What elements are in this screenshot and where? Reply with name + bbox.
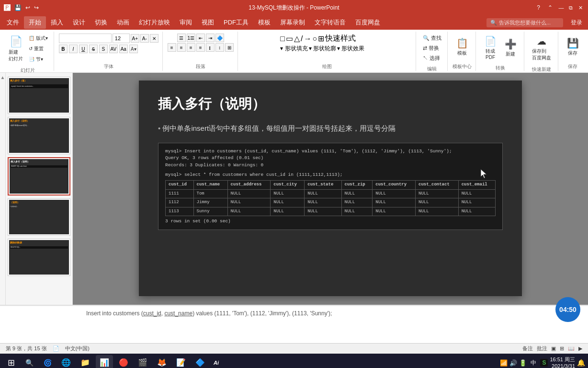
slide-thumb-8[interactable]: 8 插入多行（说明） • 例中单条insert语句... [8,117,70,154]
char-spacing-button[interactable]: AV [109,45,118,53]
taskbar-powerpoint[interactable]: 📊 [96,355,113,368]
menu-file[interactable]: 文件 [2,16,24,29]
reading-view-btn[interactable]: 📖 [568,345,575,352]
close-button[interactable]: ✕ [577,4,584,12]
taskbar-app9[interactable]: 🔷 [192,355,209,368]
slideshow-btn[interactable]: ▶ [578,345,582,352]
new-slide-button[interactable]: 📄 新建幻灯片 [6,34,26,64]
normal-view-btn[interactable]: ▣ [551,345,556,352]
comment-status-btn[interactable]: 批注 [537,345,547,352]
shape-rounded-rect[interactable]: ▭ [286,34,293,43]
justify-button[interactable]: ≡ [196,43,205,52]
menu-record[interactable]: 屏幕录制 [275,16,310,29]
menu-tts[interactable]: 文字转语音 [310,16,351,29]
align-left-button[interactable]: ≡ [168,43,176,52]
save-baidu-button[interactable]: ☁ 保存到百度网盘 [529,34,554,63]
slide-thumb-11[interactable]: 11 删除的数据 DELETE SQL... [8,239,70,276]
menu-animations[interactable]: 动画 [112,16,134,29]
quick-access-redo[interactable]: ↪ [34,4,39,11]
menu-slideshow[interactable]: 幻灯片放映 [134,16,175,29]
help-icon[interactable]: ? [534,4,543,11]
user-login[interactable]: 登录 [567,19,586,27]
taskbar-browser[interactable]: 🌐 [57,355,75,368]
text-align-button[interactable]: ⊞ [225,43,234,52]
convert-pdf-button[interactable]: 📄 转成PDF [481,34,500,62]
section-button[interactable]: 📑 节▾ [27,55,50,64]
numbered-list-button[interactable]: 1☰ [187,34,195,42]
search-button[interactable]: 🔍 [21,355,37,368]
start-button[interactable]: ⊞ [3,355,19,368]
menu-design[interactable]: 设计 [68,16,90,29]
strikethrough-button[interactable]: S̶ [89,45,98,53]
clock-display[interactable]: 16:51 周三 2021/3/31 [550,356,575,368]
increase-indent-button[interactable]: ⇥ [206,34,215,42]
decrease-indent-button[interactable]: ⇤ [196,34,205,42]
font-size-increase-button[interactable]: A+ [131,34,139,43]
bullet-list-button[interactable]: ☰ [177,34,186,42]
underline-button[interactable]: U [79,45,88,53]
notes-status-btn[interactable]: 备注 [522,345,533,352]
menu-home[interactable]: 开始 [24,16,46,29]
font-name-input[interactable] [59,34,112,43]
slide-thumb-10[interactable]: 10 （说明） • 说明内容... [8,198,70,236]
menu-baidu[interactable]: 百度网盘 [351,16,385,29]
new-convert-button[interactable]: ➕ 新建 [501,36,520,59]
columns-button[interactable]: ⫿ [206,43,215,52]
menu-review[interactable]: 审阅 [175,16,197,29]
align-center-button[interactable]: ≡ [177,43,186,52]
scroll-up-button[interactable]: ▲ [0,75,5,80]
quick-access-save[interactable]: 💾 [14,4,22,11]
align-right-button[interactable]: ≡ [187,43,195,52]
slide-canvas[interactable]: 插入多行（说明） 例中单条insert语句中有多组值，每组值用一对圆括号括起来，… [139,80,522,296]
shape-arrow[interactable]: → [304,34,311,43]
shape-effect-button[interactable]: ▾ 形状效果 [337,45,364,53]
quick-style-button[interactable]: 快速样式 [325,34,356,44]
text-direction-button[interactable]: ↕ [215,43,224,52]
menu-template[interactable]: 模板 [253,16,275,29]
shape-circle[interactable]: ○ [312,34,317,43]
taskbar-explorer[interactable]: 📁 [77,355,94,368]
case-button[interactable]: Aa [119,45,128,53]
slide-thumb-9[interactable]: 9 插入多行（说明） INSERT SQL code block [8,157,70,196]
clear-format-button[interactable]: ✕ [150,34,158,43]
font-size-input[interactable] [113,34,130,43]
ime-indicator[interactable]: 中 [529,358,538,368]
font-size-decrease-button[interactable]: A- [140,34,149,43]
slide-browse-btn[interactable]: ⊞ [560,345,564,352]
menu-pdf[interactable]: PDF工具 [219,16,253,29]
speaker-notes-content[interactable]: Insert into customers (cust_id, cust_nam… [0,306,588,321]
shape-outline-button[interactable]: ▾ 形状轮廓 [309,45,336,53]
smart-art-button[interactable]: 🔷 [215,34,224,42]
shadow-button[interactable]: S [99,45,108,53]
shape-line[interactable]: / [301,34,303,43]
replace-button[interactable]: ⇄ 替换 [421,44,441,53]
font-color-button[interactable]: A▾ [129,45,138,53]
template-button[interactable]: 📋 模板 [452,35,472,58]
slide-main[interactable]: 插入多行（说明） 例中单条insert语句中有多组值，每组值用一对圆括号括起来，… [73,73,588,305]
taskbar-media[interactable]: 🎬 [134,355,151,368]
version-icon[interactable]: 📋 版式▾ [27,34,50,43]
reset-button[interactable]: ↺ 重置 [27,45,50,53]
shape-rect[interactable]: □ [280,34,285,43]
search-input[interactable]: 告诉我您想要做什么... [499,19,551,26]
quick-access-undo[interactable]: ↩ [25,4,30,11]
arrange-button[interactable]: ⊞ [318,34,324,43]
taskbar-app5[interactable]: 🦊 [153,355,170,368]
select-button[interactable]: ↖ 选择 [421,54,442,63]
taskbar-word[interactable]: 📝 [172,355,190,368]
ribbon-toggle-icon[interactable]: ⌃ [545,4,555,11]
save-button[interactable]: 💾 保存 [563,35,582,58]
slide-thumb-7[interactable]: 7 插入多行（值） mysql> Insert into customers..… [8,77,70,114]
notification-icon[interactable]: 🔔 [577,359,585,367]
taskbar-app-red[interactable]: 🔴 [115,355,132,368]
shape-triangle[interactable]: △ [294,34,300,43]
bold-button[interactable]: B [59,45,68,53]
minimize-button[interactable]: — [557,4,565,12]
menu-view[interactable]: 视图 [197,16,219,29]
find-button[interactable]: 🔍 查找 [421,34,443,43]
restore-button[interactable]: ⧉ [567,4,575,12]
menu-insert[interactable]: 插入 [46,16,68,29]
task-view-button[interactable]: 🌀 [39,355,56,368]
italic-button[interactable]: I [69,45,78,53]
menu-transitions[interactable]: 切换 [90,16,112,29]
